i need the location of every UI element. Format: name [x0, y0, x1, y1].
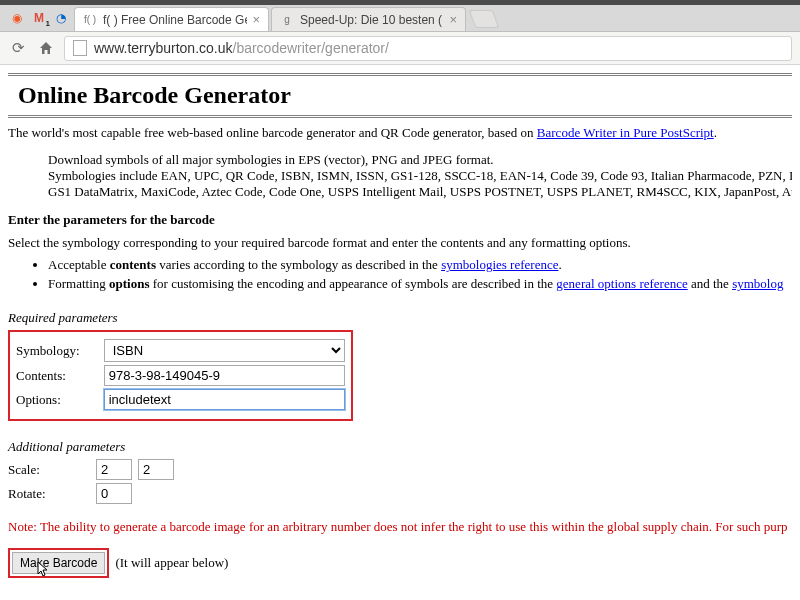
info-list: Acceptable contents varies according to …: [8, 257, 792, 292]
rotate-label: Rotate:: [8, 486, 96, 502]
page-icon: [73, 40, 87, 56]
scale-x-input[interactable]: [96, 459, 132, 480]
list-item: Acceptable contents varies according to …: [48, 257, 792, 273]
options-label: Options:: [16, 392, 104, 408]
contents-input[interactable]: [104, 365, 345, 386]
parameters-heading: Enter the parameters for the barcode: [8, 212, 792, 228]
address-bar[interactable]: www.terryburton.co.uk/barcodewriter/gene…: [64, 36, 792, 61]
mail-icon: M1: [30, 9, 48, 27]
page-content: Online Barcode Generator The world's mos…: [0, 65, 800, 578]
options-input[interactable]: [104, 389, 345, 410]
favicon-icon: f( ): [83, 13, 97, 27]
appear-note: (It will appear below): [115, 555, 228, 571]
rule: [8, 73, 792, 76]
page-title: Online Barcode Generator: [18, 82, 792, 109]
make-barcode-highlight: Make Barcode: [8, 548, 109, 578]
home-icon[interactable]: [36, 38, 56, 58]
url-host: www.terryburton.co.uk: [94, 40, 233, 56]
tab-title: f( ) Free Online Barcode Gene: [103, 13, 247, 27]
bwipp-link[interactable]: Barcode Writer in Pure PostScript: [537, 125, 714, 140]
url-path: /barcodewriter/generator/: [233, 40, 389, 56]
symbology-select[interactable]: ISBN: [104, 339, 345, 362]
close-icon[interactable]: ×: [449, 12, 457, 27]
scale-label: Scale:: [8, 462, 96, 478]
scale-y-input[interactable]: [138, 459, 174, 480]
list-item: Formatting options for customising the e…: [48, 276, 792, 292]
symbology-options-link[interactable]: symbolog: [732, 276, 783, 291]
additional-params-label: Additional parameters: [8, 439, 792, 455]
select-instructions: Select the symbology corresponding to yo…: [8, 234, 792, 252]
tab-speedup[interactable]: g Speed-Up: Die 10 besten ( ×: [271, 7, 466, 31]
rule: [8, 115, 792, 118]
rights-note: Note: The ability to generate a barcode …: [8, 518, 792, 536]
required-params-group: Symbology: ISBN Contents: Options:: [8, 330, 353, 421]
symbology-label: Symbology:: [16, 343, 104, 359]
required-params-label: Required parameters: [8, 310, 792, 326]
tab-barcode-generator[interactable]: f( ) f( ) Free Online Barcode Gene ×: [74, 7, 269, 31]
rotate-input[interactable]: [96, 483, 132, 504]
contents-label: Contents:: [16, 368, 104, 384]
reload-icon[interactable]: ⟳: [8, 38, 28, 58]
general-options-link[interactable]: general options reference: [556, 276, 687, 291]
symbology-summary: Download symbols of all major symbologie…: [48, 152, 792, 200]
favicon-icon: g: [280, 13, 294, 27]
additional-params-group: Scale: Rotate:: [8, 459, 792, 504]
browser-toolbar: ⟳ www.terryburton.co.uk/barcodewriter/ge…: [0, 32, 800, 65]
make-barcode-button[interactable]: Make Barcode: [12, 552, 105, 574]
close-icon[interactable]: ×: [252, 12, 260, 27]
new-tab-button[interactable]: [469, 10, 500, 28]
tab-strip: ◉ M1 ◔ f( ) f( ) Free Online Barcode Gen…: [0, 5, 800, 32]
os-indicator-icons: ◉ M1 ◔: [4, 5, 74, 31]
intro-text: The world's most capable free web-based …: [8, 124, 792, 142]
tab-title: Speed-Up: Die 10 besten (: [300, 13, 444, 27]
symbologies-reference-link[interactable]: symbologies reference: [441, 257, 558, 272]
ubuntu-icon: ◉: [8, 9, 26, 27]
app-icon: ◔: [52, 9, 70, 27]
